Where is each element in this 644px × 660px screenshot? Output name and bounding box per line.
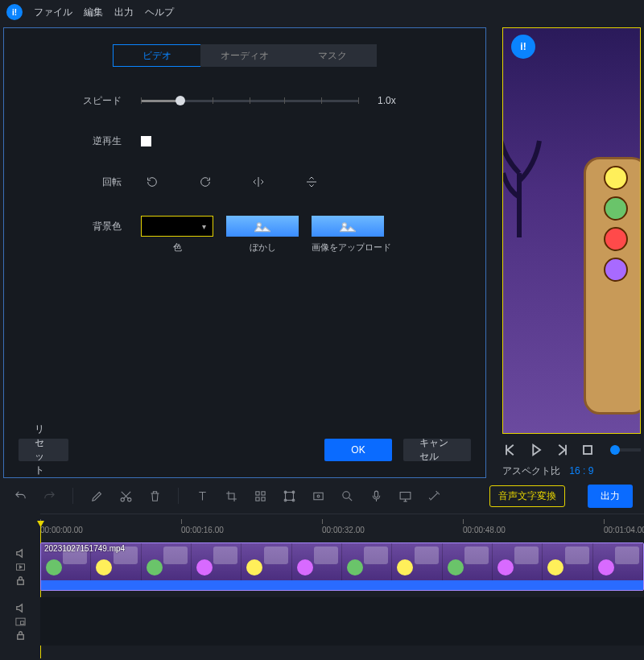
menu-bar: i! ファイル 編集 出力 ヘルプ [0,0,644,24]
svg-point-16 [342,491,349,498]
tab-audio[interactable]: オーディオ [200,44,289,67]
cancel-button[interactable]: キャンセル [403,439,471,461]
undo-icon[interactable] [11,487,29,505]
freeze-frame-icon[interactable] [309,487,327,505]
time-mark: 00:00:48.00 [463,526,506,534]
transport-controls [502,442,641,458]
watermark-logo-icon: i! [511,35,535,59]
flip-vertical-icon[interactable] [300,172,323,192]
time-mark: 00:00:00.00 [40,526,83,534]
svg-rect-7 [255,497,258,500]
bgcolor-label: 背景色 [76,220,122,233]
scene-tree-icon [502,76,543,237]
time-mark: 00:00:32.00 [322,526,365,534]
play-button[interactable] [528,442,544,458]
edit-pencil-icon[interactable] [88,487,105,505]
svg-rect-17 [374,491,378,497]
svg-rect-23 [17,634,23,639]
cut-scissors-icon[interactable] [117,487,134,505]
svg-rect-14 [313,493,322,500]
pip-track-header[interactable] [0,597,40,646]
clip-audio-waveform [41,580,643,590]
redo-icon[interactable] [40,487,58,505]
flip-horizontal-icon[interactable] [247,172,270,192]
screen-record-icon[interactable] [396,487,414,505]
empty-track-body[interactable] [40,597,644,646]
ok-button[interactable]: OK [324,439,392,461]
chevron-down-icon: ▾ [202,222,206,231]
voiceover-mic-icon[interactable] [367,487,385,505]
svg-rect-8 [261,497,264,500]
tab-video[interactable]: ビデオ [113,44,201,67]
svg-rect-22 [20,621,23,624]
svg-rect-9 [285,492,293,500]
transform-icon[interactable] [280,487,298,505]
editor-toolbar: 音声文字変換 出力 [0,478,644,514]
rotate-ccw-icon[interactable] [141,172,163,192]
video-track: 20231027151749.mp4 [0,542,644,591]
prev-frame-button[interactable] [502,442,518,458]
app-logo-icon: i! [6,4,23,20]
pip-track [0,597,644,646]
effects-wand-icon[interactable] [425,487,443,505]
scene-character-panel [584,157,641,415]
lock-icon [14,629,27,641]
aspect-label: アスペクト比 [502,465,560,476]
menu-output[interactable]: 出力 [114,6,134,19]
lock-icon [14,575,27,587]
bgcolor-upload-button[interactable] [312,216,384,237]
speaker-icon [14,547,27,559]
reverse-checkbox[interactable] [141,136,151,146]
timeline-clip[interactable]: 20231027151749.mp4 [40,542,644,591]
bgcolor-upload-label: 画像をアップロード [312,241,391,254]
stop-button[interactable] [580,442,596,458]
video-track-icon [14,561,27,573]
video-track-header[interactable] [0,542,40,591]
menu-help[interactable]: ヘルプ [145,6,174,19]
zoom-icon[interactable] [338,487,356,505]
voice-to-text-button[interactable]: 音声文字変換 [489,485,565,507]
tab-mask[interactable]: マスク [288,44,377,67]
preview-viewport[interactable]: i! [502,27,641,434]
svg-rect-20 [17,580,23,584]
settings-tabs: ビデオ オーディオ マスク [4,44,485,67]
reverse-label: 逆再生 [76,134,122,148]
clip-filename: 20231027151749.mp4 [44,544,125,553]
svg-point-15 [317,495,320,497]
aspect-ratio-display: アスペクト比 16 : 9 [502,464,641,478]
svg-rect-5 [255,491,258,494]
bgcolor-color-label: 色 [141,241,213,254]
aspect-value[interactable]: 16 : 9 [569,465,593,476]
menu-edit[interactable]: 編集 [84,6,103,19]
reset-button[interactable]: リセット [19,439,68,461]
clip-settings-dialog: ビデオ オーディオ マスク スピード [3,27,486,478]
mosaic-icon[interactable] [251,487,269,505]
crop-icon[interactable] [222,487,240,505]
preview-scrubber[interactable] [610,448,641,452]
bgcolor-blur-label: ぼかし [226,241,299,254]
time-mark: 00:00:16.00 [181,526,224,534]
menu-file[interactable]: ファイル [34,6,72,19]
rotate-label: 回転 [76,175,122,189]
svg-rect-2 [584,446,592,454]
speed-slider[interactable] [141,91,358,110]
speed-value: 1.0x [378,95,396,106]
next-frame-button[interactable] [554,442,570,458]
delete-trash-icon[interactable] [146,487,163,505]
pip-track-icon [14,616,27,628]
svg-rect-18 [400,492,411,499]
bgcolor-dropdown[interactable]: ▾ [141,216,213,237]
rotate-cw-icon[interactable] [194,172,217,192]
bgcolor-blur-button[interactable] [226,216,299,237]
timeline-ruler[interactable]: 00:00:00.00 00:00:16.00 00:00:32.00 00:0… [40,514,644,536]
speed-label: スピード [76,94,122,108]
speaker-icon [14,602,27,614]
export-button[interactable]: 出力 [588,485,633,508]
speed-slider-thumb[interactable] [175,96,185,105]
time-mark: 00:01:04.00 [604,526,644,534]
text-tool-icon[interactable] [193,487,211,505]
svg-rect-6 [261,491,264,494]
